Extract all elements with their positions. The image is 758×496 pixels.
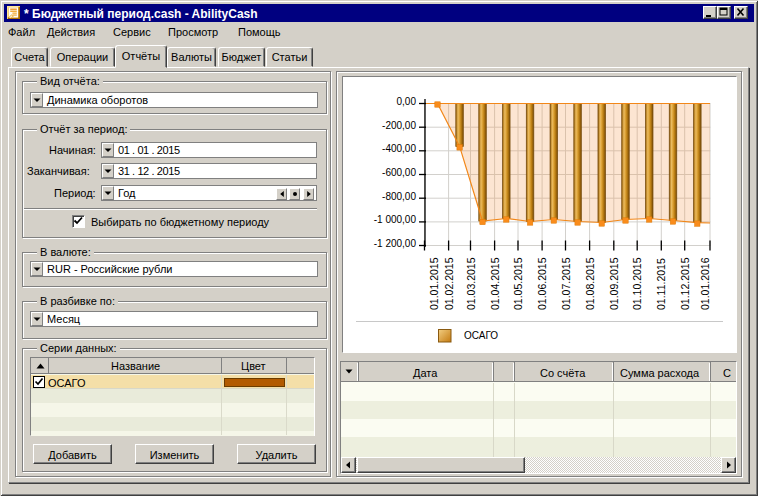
svg-text:01.05.2015: 01.05.2015 [512, 257, 524, 310]
svg-text:-600,00: -600,00 [382, 167, 416, 178]
svg-text:01.07.2015: 01.07.2015 [560, 257, 572, 310]
svg-text:01.06.2015: 01.06.2015 [536, 257, 548, 310]
svg-text:ОСАГО: ОСАГО [464, 330, 498, 341]
svg-text:-1 000,00: -1 000,00 [374, 214, 417, 225]
svg-text:-400,00: -400,00 [382, 143, 416, 154]
svg-text:01.08.2015: 01.08.2015 [584, 257, 596, 310]
svg-text:01.01.2015: 01.01.2015 [428, 257, 440, 310]
svg-text:0,00: 0,00 [397, 96, 417, 107]
svg-text:-800,00: -800,00 [382, 191, 416, 202]
svg-text:-1 200,00: -1 200,00 [374, 238, 417, 249]
svg-text:01.02.2015: 01.02.2015 [443, 257, 455, 310]
svg-text:01.10.2015: 01.10.2015 [631, 257, 643, 310]
svg-text:01.04.2015: 01.04.2015 [489, 257, 501, 310]
svg-text:01.01.2016: 01.01.2016 [699, 257, 711, 310]
svg-text:-200,00: -200,00 [382, 120, 416, 131]
svg-text:01.11.2015: 01.11.2015 [655, 258, 667, 310]
svg-text:01.12.2015: 01.12.2015 [679, 257, 691, 310]
svg-text:01.09.2015: 01.09.2015 [608, 257, 620, 310]
svg-text:01.03.2015: 01.03.2015 [465, 257, 477, 310]
